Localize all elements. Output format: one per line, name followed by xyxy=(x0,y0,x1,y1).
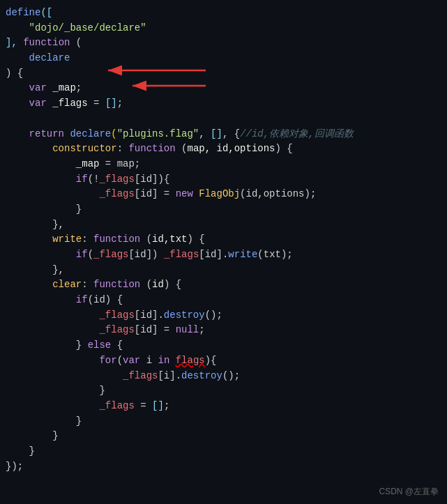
token: = map; xyxy=(99,158,140,169)
line-content: var _flags = []; xyxy=(6,96,441,112)
token: : xyxy=(82,279,93,290)
watermark: CSDN @左直拳 xyxy=(379,485,439,498)
token xyxy=(6,98,29,109)
code-line: _flags = []; xyxy=(0,399,447,414)
token: ) { xyxy=(164,279,181,290)
token: ; xyxy=(117,98,123,109)
token: ( xyxy=(176,143,188,154)
token: in xyxy=(158,355,169,366)
line-content xyxy=(6,112,441,127)
token: ( xyxy=(70,37,82,48)
token: write xyxy=(228,249,257,260)
token: _flags xyxy=(99,310,134,321)
token xyxy=(169,355,175,366)
token: _flags xyxy=(52,98,87,109)
token: = xyxy=(88,98,105,109)
token: declare xyxy=(70,128,111,139)
token: declare xyxy=(29,52,70,63)
code-editor: define([ "dojo/_base/declare"], function… xyxy=(0,0,447,504)
line-content: } xyxy=(6,429,441,444)
token: write xyxy=(52,234,82,245)
code-line: } xyxy=(0,444,447,459)
token: "plugins.flag" xyxy=(117,128,199,139)
token xyxy=(6,204,76,215)
token: [] xyxy=(211,128,222,139)
token: , xyxy=(199,128,211,139)
token: ( xyxy=(140,279,152,290)
token xyxy=(6,249,76,260)
token: _map xyxy=(76,158,100,169)
token: [] xyxy=(105,98,117,109)
line-content: if(_flags[id]) _flags[id].write(txt); xyxy=(6,247,441,263)
token: new xyxy=(176,188,193,199)
code-line: } xyxy=(0,202,447,217)
token: _flags xyxy=(99,400,134,411)
token: var xyxy=(123,355,140,366)
token: _flags xyxy=(99,174,134,185)
token: _flags xyxy=(93,249,128,260)
token xyxy=(6,445,29,457)
token xyxy=(6,324,99,335)
code-line: } else { xyxy=(0,338,447,353)
token: var xyxy=(29,82,47,93)
code-line xyxy=(0,112,447,127)
token: } xyxy=(76,204,82,215)
token: }, xyxy=(52,264,64,275)
line-content: _flags[i].destroy(); xyxy=(6,369,441,384)
code-line: _map = map; xyxy=(0,157,447,172)
code-line: }, xyxy=(0,263,447,278)
token: for xyxy=(99,355,116,366)
token: [id]. xyxy=(135,310,164,321)
token xyxy=(6,264,52,275)
token xyxy=(6,400,99,411)
token: //id,依赖对象,回调函数 xyxy=(240,128,353,139)
token: if xyxy=(76,174,88,185)
token: }); xyxy=(6,461,23,472)
line-content: } xyxy=(6,202,441,217)
token: [] xyxy=(152,400,164,411)
token: ) { xyxy=(188,234,205,245)
token: map, id,options xyxy=(187,143,275,154)
token: (id,options); xyxy=(240,188,316,199)
token: } xyxy=(76,339,88,351)
line-content: }, xyxy=(6,263,441,278)
token: return xyxy=(29,128,64,139)
token: { xyxy=(111,339,123,351)
token: "dojo/_base/declare" xyxy=(29,22,146,33)
line-content: if(id) { xyxy=(6,293,441,308)
token: _flags xyxy=(123,370,158,381)
token: ; xyxy=(164,400,169,411)
token: null xyxy=(176,324,199,335)
line-content: declare xyxy=(6,51,441,66)
line-content: _flags[id].destroy(); xyxy=(6,308,441,323)
token: _map xyxy=(52,82,76,93)
token xyxy=(6,143,52,154)
code-line: if(id) { xyxy=(0,293,447,308)
token: = xyxy=(135,400,152,411)
code-line: clear: function (id) { xyxy=(0,277,447,293)
token: ) { xyxy=(275,143,293,154)
token: function xyxy=(23,37,70,48)
token: _flags xyxy=(99,188,134,199)
token xyxy=(6,294,76,305)
token xyxy=(6,310,99,321)
token: ; xyxy=(199,324,204,335)
token: ( xyxy=(140,234,152,245)
token: destroy xyxy=(181,370,222,381)
line-content: return declare("plugins.flag", [], {//id… xyxy=(6,127,441,142)
code-line: _flags[id] = null; xyxy=(0,323,447,338)
token: ) { xyxy=(6,68,23,79)
token: function xyxy=(128,143,175,154)
token: constructor xyxy=(52,143,116,154)
token xyxy=(47,98,52,109)
token: } xyxy=(52,430,58,441)
token xyxy=(6,82,29,93)
token xyxy=(6,174,76,185)
token xyxy=(6,370,123,381)
code-line: if(!_flags[id]){ xyxy=(0,172,447,188)
code-line: _flags[id].destroy(); xyxy=(0,308,447,323)
token: clear xyxy=(52,279,82,290)
token: function xyxy=(93,279,140,290)
code-line: var _map; xyxy=(0,81,447,96)
token: flags xyxy=(176,355,205,366)
